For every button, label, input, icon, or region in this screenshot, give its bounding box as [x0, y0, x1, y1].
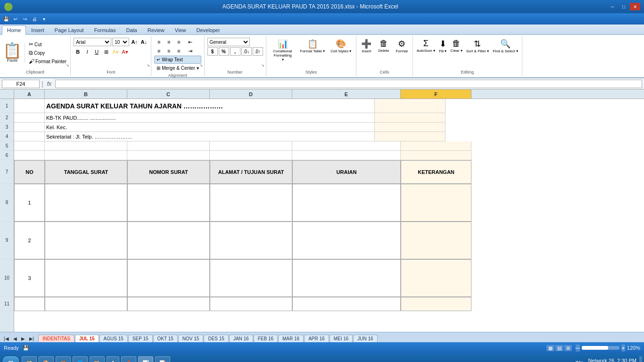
autosum-button[interactable]: Σ AutoSum ▾: [416, 38, 436, 54]
sheet-tab-jun16[interactable]: JUN 16: [353, 335, 377, 342]
cell-a6[interactable]: [14, 151, 45, 160]
zoom-slider[interactable]: [582, 346, 619, 350]
row-header-2[interactable]: 2: [0, 113, 14, 123]
taskbar-item-folder[interactable]: 📂: [90, 356, 105, 362]
cell-b2[interactable]: KB-TK PAUD........ ..................: [45, 113, 375, 123]
cell-c10[interactable]: [127, 259, 210, 297]
decrease-font-button[interactable]: A↓: [140, 38, 148, 46]
percent-button[interactable]: %: [219, 47, 229, 56]
font-size-select[interactable]: 10: [112, 38, 129, 46]
col-header-d[interactable]: D: [210, 90, 292, 99]
row-header-9[interactable]: 9: [0, 222, 14, 259]
tab-home[interactable]: Home: [2, 25, 26, 35]
sheet-tab-feb16[interactable]: FEB 16: [254, 335, 278, 342]
cell-f5[interactable]: [401, 141, 471, 151]
taskbar-item-chrome[interactable]: 🌐: [73, 356, 88, 362]
cell-c9[interactable]: [127, 222, 210, 259]
row-header-11[interactable]: 11: [0, 297, 14, 311]
font-expand-button[interactable]: ↘: [145, 62, 151, 68]
cell-f4[interactable]: [375, 132, 446, 141]
cell-a7-no[interactable]: NO: [14, 160, 45, 184]
cell-f9[interactable]: [401, 222, 471, 259]
cell-a2[interactable]: [14, 113, 45, 123]
sheet-first-button[interactable]: |◀: [2, 335, 11, 342]
italic-button[interactable]: I: [83, 48, 91, 56]
alignment-expand-button[interactable]: ↘: [198, 62, 204, 68]
cell-d9[interactable]: [210, 222, 292, 259]
row-header-5[interactable]: 5: [0, 141, 14, 151]
tab-review[interactable]: Review: [142, 25, 170, 34]
tab-view[interactable]: View: [170, 25, 191, 34]
save-icon[interactable]: 💾: [2, 15, 10, 23]
minimize-button[interactable]: ─: [607, 3, 618, 10]
maximize-button[interactable]: □: [619, 3, 629, 10]
sort-filter-button[interactable]: ⇅ Sort & Filter ▾: [465, 38, 490, 54]
align-top-left-button[interactable]: ≡: [154, 38, 164, 46]
sheet-tab-des15[interactable]: DES 15: [204, 335, 228, 342]
row-header-7[interactable]: 7: [0, 160, 14, 184]
cell-d6[interactable]: [210, 151, 292, 160]
cell-c11[interactable]: [127, 297, 210, 311]
bold-button[interactable]: B: [74, 48, 82, 56]
page-break-button[interactable]: ⊞: [564, 345, 572, 351]
cell-a8[interactable]: 1: [14, 184, 45, 222]
sheet-last-button[interactable]: ▶|: [27, 335, 36, 342]
border-button[interactable]: ⊞: [102, 48, 110, 56]
dropdown-icon[interactable]: ▾: [40, 15, 48, 23]
sheet-tab-jul15[interactable]: JUL 15: [75, 335, 99, 342]
sheet-next-button[interactable]: ▶: [19, 335, 27, 342]
row-header-10[interactable]: 10: [0, 259, 14, 297]
cell-d10[interactable]: [210, 259, 292, 297]
increase-indent-button[interactable]: ⇥: [185, 47, 195, 55]
insert-button[interactable]: ➕ Insert: [359, 38, 373, 54]
taskbar-item-firefox[interactable]: 🦊: [56, 356, 71, 362]
format-painter-button[interactable]: 🖌 Format Painter: [28, 58, 67, 65]
sheet-tab-okt15[interactable]: OKT 15: [153, 335, 178, 342]
number-expand-button[interactable]: ↘: [260, 62, 266, 68]
increase-decimal-button[interactable]: .0↑: [253, 47, 263, 56]
cell-f10[interactable]: [401, 259, 471, 297]
fill-color-button[interactable]: A▾: [111, 48, 120, 56]
name-box[interactable]: [2, 80, 40, 88]
title-bar-controls[interactable]: ─ □ ✕: [607, 3, 640, 10]
cell-b10[interactable]: [45, 259, 127, 297]
normal-view-button[interactable]: ▦: [546, 345, 554, 351]
paste-button[interactable]: 📋 Paste: [3, 43, 25, 63]
cell-f11[interactable]: [401, 297, 471, 311]
cell-e10[interactable]: [292, 259, 401, 297]
tab-developer[interactable]: Developer: [191, 25, 225, 34]
cell-a3[interactable]: [14, 123, 45, 132]
merge-center-button[interactable]: ⊞ Merge & Center ▾: [154, 64, 201, 72]
cell-e9[interactable]: [292, 222, 401, 259]
underline-button[interactable]: U: [92, 48, 101, 56]
cell-e8[interactable]: [292, 184, 401, 222]
number-format-select[interactable]: General: [207, 38, 250, 46]
format-button[interactable]: ⚙ Format: [394, 38, 409, 54]
cell-d7-alamat[interactable]: ALAMAT / TUJUAN SURAT: [210, 160, 292, 184]
undo-icon[interactable]: ↩: [11, 15, 20, 23]
cell-b5[interactable]: [45, 141, 127, 151]
col-header-b[interactable]: B: [45, 90, 127, 99]
cell-b6[interactable]: [45, 151, 127, 160]
sheet-tab-nov15[interactable]: NOV 15: [178, 335, 204, 342]
clear-button[interactable]: 🗑 Clear ▾: [449, 38, 463, 54]
cell-b3[interactable]: Kel. Kec.: [45, 123, 375, 132]
cell-c5[interactable]: [127, 141, 210, 151]
cell-styles-button[interactable]: 🎨 Cell Styles ▾: [329, 38, 353, 54]
cell-f1[interactable]: [375, 99, 446, 113]
taskbar-item-word[interactable]: 📝: [155, 356, 170, 362]
currency-button[interactable]: $: [207, 47, 218, 56]
cell-c7-nomor[interactable]: NOMOR SURAT: [127, 160, 210, 184]
sheet-tab-mar16[interactable]: MAR 16: [278, 335, 304, 342]
start-button[interactable]: ⊞: [2, 355, 20, 362]
comma-button[interactable]: ,: [230, 47, 240, 56]
align-middle-center-button[interactable]: ≡: [164, 47, 173, 55]
cell-a5[interactable]: [14, 141, 45, 151]
cell-e7-uraian[interactable]: URAIAN: [292, 160, 401, 184]
font-color-button[interactable]: A▾: [121, 48, 129, 56]
cell-b11[interactable]: [45, 297, 127, 311]
find-select-button[interactable]: 🔍 Find & Select ▾: [492, 38, 519, 54]
formula-input[interactable]: [55, 80, 642, 88]
zoom-in-button[interactable]: +: [621, 345, 625, 352]
clipboard-expand-button[interactable]: ↘: [65, 62, 70, 68]
